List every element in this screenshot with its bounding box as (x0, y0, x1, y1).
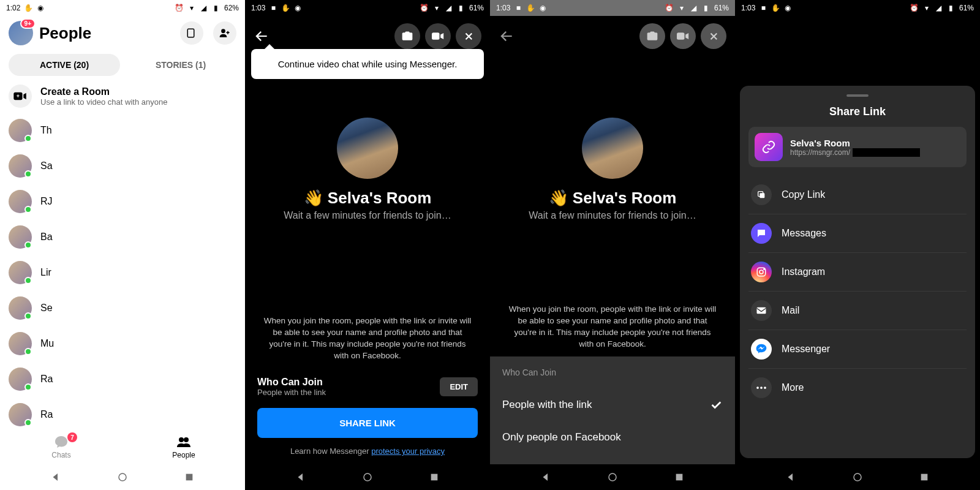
svg-rect-17 (760, 193, 764, 198)
share-label: Mail (782, 305, 799, 316)
share-more[interactable]: More (748, 369, 967, 407)
android-nav (490, 464, 735, 490)
contact-name: Sa (40, 160, 53, 172)
list-item[interactable]: Mu (0, 326, 245, 361)
profile-avatar (337, 118, 398, 179)
nav-recent[interactable] (668, 466, 690, 488)
profile-avatar (582, 118, 643, 179)
status-battery: 61% (714, 4, 729, 12)
nav-home[interactable] (846, 466, 869, 488)
nav-home[interactable] (111, 466, 134, 488)
tab-stories[interactable]: STORIES (1) (125, 54, 236, 76)
who-sub: People with the link (257, 388, 440, 397)
messenger-icon: ◉ (538, 4, 547, 12)
link-card[interactable]: Selva's Room https://msngr.com/ (748, 127, 967, 167)
svg-point-26 (854, 473, 861, 481)
svg-rect-22 (757, 307, 766, 314)
share-sheet: Share Link Selva's Room https://msngr.co… (740, 86, 975, 458)
video-button[interactable] (425, 23, 451, 49)
tab-active[interactable]: ACTIVE (20) (9, 54, 120, 76)
status-time: 1:03 (251, 4, 265, 12)
nav-home[interactable] (601, 466, 624, 488)
nav-back[interactable] (45, 466, 67, 488)
list-item[interactable]: Sa (0, 148, 245, 184)
list-item[interactable]: Ra (0, 361, 245, 397)
svg-text:+: + (17, 93, 20, 99)
nav-back[interactable] (290, 466, 312, 488)
option-link[interactable]: People with the link (502, 388, 723, 421)
chats-badge: 7 (67, 432, 77, 442)
nav-back[interactable] (780, 466, 802, 488)
svg-point-23 (756, 386, 759, 389)
close-button[interactable] (456, 23, 481, 49)
tabs: ACTIVE (20) STORIES (1) (0, 50, 245, 80)
share-instagram[interactable]: Instagram (748, 253, 967, 292)
tab-people[interactable]: People (123, 430, 245, 464)
contacts-button[interactable] (180, 21, 203, 45)
list-item[interactable]: Se (0, 290, 245, 326)
svg-rect-13 (431, 474, 438, 481)
avatar[interactable]: 9+ (9, 21, 33, 45)
back-button[interactable] (254, 28, 270, 44)
svg-rect-27 (921, 474, 928, 481)
nav-recent[interactable] (423, 466, 445, 488)
video-icon: ■ (269, 4, 277, 12)
nav-recent[interactable] (913, 466, 935, 488)
option-label: Only people on Facebook (502, 431, 621, 443)
edit-button[interactable]: EDIT (440, 377, 478, 396)
add-person-button[interactable] (213, 21, 236, 45)
hand-icon: ✋ (281, 4, 290, 12)
share-messages[interactable]: Messages (748, 214, 967, 253)
contact-name: RJ (40, 196, 53, 207)
who-title: Who Can Join (257, 377, 440, 388)
pane-people: 1:02 ✋ ◉ ⏰ ▾ ◢ ▮ 62% 9+ People ACTIVE (2… (0, 0, 245, 490)
share-link-button[interactable]: SHARE LINK (257, 408, 478, 438)
nav-home[interactable] (356, 466, 379, 488)
minimize-tooltip: Continue video chat while using Messenge… (251, 49, 484, 79)
share-mail[interactable]: Mail (748, 292, 967, 330)
list-item[interactable]: Lir (0, 255, 245, 290)
option-facebook[interactable]: Only people on Facebook (502, 421, 723, 453)
android-nav (0, 464, 245, 490)
wifi-icon: ▾ (677, 4, 686, 12)
camera-flip-button[interactable] (639, 23, 665, 49)
svg-point-25 (764, 386, 766, 389)
drag-handle[interactable] (846, 94, 869, 97)
list-item[interactable]: Th (0, 113, 245, 148)
list-item[interactable]: Ba (0, 219, 245, 255)
hand-icon: ✋ (526, 4, 535, 12)
video-button[interactable] (670, 23, 696, 49)
tab-chats[interactable]: 7 Chats (0, 430, 123, 464)
messages-icon (751, 223, 772, 244)
share-messenger[interactable]: Messenger (748, 330, 967, 369)
contact-list[interactable]: Th Sa RJ Ba Lir Se Mu Ra Ra (0, 113, 245, 430)
list-item[interactable]: RJ (0, 184, 245, 219)
tab-people-label: People (172, 451, 195, 459)
svg-point-7 (179, 437, 184, 442)
messenger-icon: ◉ (783, 4, 792, 12)
contact-avatar (9, 332, 32, 355)
list-item[interactable]: Ra (0, 397, 245, 430)
back-button[interactable] (499, 28, 514, 44)
camera-flip-button[interactable] (394, 23, 420, 49)
nav-recent[interactable] (178, 466, 200, 488)
messenger-icon: ◉ (293, 4, 302, 12)
svg-point-4 (221, 29, 225, 33)
alarm-icon: ⏰ (175, 4, 184, 12)
close-button[interactable] (701, 23, 726, 49)
nav-back[interactable] (535, 466, 557, 488)
privacy-text: Learn how Messenger protects your privac… (290, 447, 445, 456)
more-icon (751, 377, 772, 398)
create-room-row[interactable]: + Create a Room Use a link to video chat… (0, 80, 245, 113)
status-bar: 1:02 ✋ ◉ ⏰ ▾ ◢ ▮ 62% (0, 0, 245, 16)
status-battery: 61% (469, 4, 484, 12)
contact-name: Ba (40, 232, 53, 243)
hand-icon: ✋ (771, 4, 780, 12)
online-dot-icon (24, 383, 32, 391)
sheet-title: Who Can Join (502, 368, 723, 377)
privacy-link[interactable]: protects your privacy (371, 447, 445, 456)
link-url: https://msngr.com/ (790, 148, 920, 157)
svg-point-12 (364, 473, 371, 481)
copy-icon (751, 184, 772, 205)
share-copy-link[interactable]: Copy Link (748, 176, 967, 214)
